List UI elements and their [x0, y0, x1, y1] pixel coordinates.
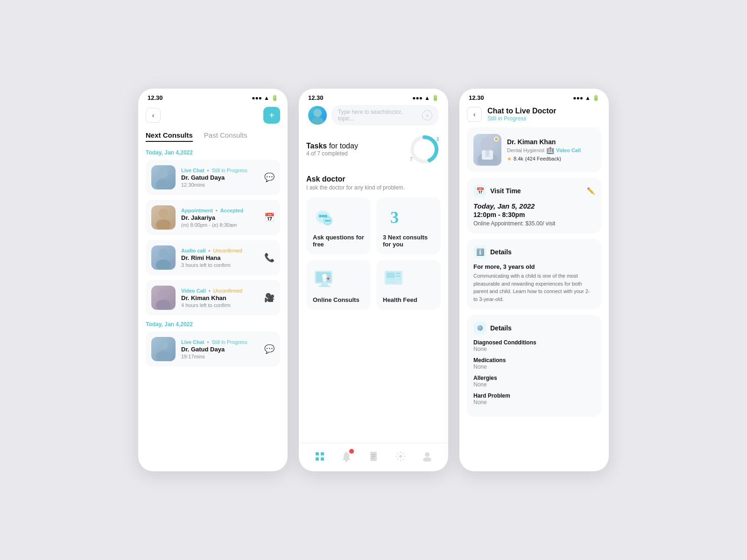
calendar-icon-visit: 📅 — [473, 184, 486, 197]
grid-card-next[interactable]: 3 3 Next consults for you — [376, 197, 441, 254]
svg-point-8 — [159, 340, 168, 350]
svg-point-23 — [329, 220, 331, 222]
doctor-rating: ★ 8.4k (424 Feedback) — [507, 156, 581, 162]
diag-row-allergies: Allergies None — [473, 375, 595, 388]
card-info-2: Appointment • Accepted Dr. Jakariya (m) … — [181, 208, 259, 228]
nav-settings[interactable] — [393, 449, 408, 464]
tasks-subtitle: 4 of 7 completed — [306, 150, 358, 157]
svg-rect-26 — [321, 284, 328, 286]
svg-point-21 — [325, 220, 327, 222]
svg-point-19 — [324, 215, 327, 217]
svg-point-3 — [156, 219, 171, 230]
info-icon: ℹ️ — [473, 245, 486, 259]
video-icon: 🎥 — [264, 293, 275, 303]
diag-row-medications: Medications None — [473, 357, 595, 370]
visit-time-card: 📅 Visit Time ✏️ Today, Jan 5, 2022 12:0p… — [467, 178, 601, 233]
nav-profile[interactable] — [420, 449, 435, 464]
tasks-text: Tasks for today 4 of 7 completed — [306, 142, 358, 157]
wifi-icon-2: ▲ — [424, 95, 430, 101]
card-type-3: Audio call • Unconfirmed — [181, 248, 259, 253]
avatar-2 — [151, 205, 176, 230]
diag-hard-problem-value: None — [473, 399, 595, 406]
tab-next-consults[interactable]: Next Consults — [146, 131, 193, 142]
svg-point-22 — [327, 220, 329, 222]
svg-point-6 — [159, 289, 168, 298]
tasks-section: Tasks for today 4 of 7 completed 3 7 — [306, 133, 441, 166]
diag-medications-label: Medications — [473, 357, 595, 364]
time-2: 12.30 — [308, 94, 324, 101]
svg-rect-36 — [387, 279, 401, 280]
type-label-4: Video Call — [181, 288, 206, 294]
diag-conditions-value: None — [473, 346, 595, 352]
doctor-name-4: Dr. Kiman Khan — [181, 294, 259, 301]
card-type-1: Live Chat • Still in Progress — [181, 168, 259, 173]
card-info-1: Live Chat • Still in Progress Dr. Gatud … — [181, 168, 259, 188]
diag-allergies-label: Allergies — [473, 375, 595, 381]
avatar-5 — [151, 337, 176, 361]
chat-bubble-icon-2: 💬 — [264, 344, 275, 354]
visit-time-title: 📅 Visit Time — [473, 184, 521, 197]
tab-past-consults[interactable]: Past Consults — [204, 131, 247, 142]
consult-card-live-chat-2[interactable]: Live Chat • Still in Progress Dr. Gatud … — [146, 331, 280, 367]
phone3-header: ‹ Chat to Live Doctor Still in Progress — [459, 103, 609, 127]
edit-icon[interactable]: ✏️ — [587, 187, 595, 195]
settings-icon-diag: ⚙️ — [473, 322, 486, 335]
svg-rect-33 — [387, 273, 395, 278]
svg-rect-40 — [316, 457, 319, 461]
diag-medications-value: None — [473, 364, 595, 370]
doctor-info: Dr. Kiman Khan Dental Hygienist 🏥 Video … — [507, 138, 581, 162]
status-bar-2: 12.30 ●●● ▲ 🔋 — [299, 89, 448, 103]
svg-rect-37 — [387, 281, 397, 283]
online-consult-icon — [313, 268, 336, 292]
back-button-1[interactable]: ‹ — [146, 108, 161, 123]
type-label-5: Live Chat — [181, 339, 204, 345]
card-sub-4: 4 hours left to confirm — [181, 302, 259, 308]
battery-icon-2: 🔋 — [432, 95, 439, 101]
card-sub-2: (m) 8:00pm - (e) 8:30am — [181, 222, 259, 228]
nav-documents[interactable] — [366, 449, 381, 464]
search-placeholder: Type here to seachdoctor, topic... — [338, 109, 418, 122]
nav-home[interactable] — [312, 449, 327, 464]
phone-dashboard: 12.30 ●●● ▲ 🔋 Type here to seachdoctor, … — [299, 89, 448, 471]
diagnosed-header: ⚙️ Details — [473, 322, 595, 335]
status-bar-1: 12.30 ●●● ▲ 🔋 — [138, 89, 288, 103]
svg-point-17 — [319, 215, 322, 217]
status-4: Unconfirmed — [213, 288, 242, 294]
phone-consults: 12.30 ●●● ▲ 🔋 ‹ + Next Consults Past Con… — [138, 89, 288, 471]
top-nav-1: ‹ + — [146, 107, 280, 124]
svg-point-7 — [156, 300, 171, 310]
consult-card-video[interactable]: Video Call • Unconfirmed Dr. Kiman Khan … — [146, 280, 280, 315]
svg-point-10 — [313, 109, 322, 117]
svg-point-11 — [311, 117, 324, 125]
video-call-link[interactable]: Video Call — [556, 147, 581, 153]
consult-card-appointment[interactable]: Appointment • Accepted Dr. Jakariya (m) … — [146, 200, 280, 235]
next-label: 3 Next consults for you — [383, 234, 434, 248]
add-button[interactable]: + — [263, 107, 280, 124]
number-3-icon: 3 — [390, 209, 399, 226]
svg-point-28 — [322, 274, 327, 279]
signal-icon-3: ●●● — [573, 95, 583, 101]
nav-notifications[interactable] — [339, 449, 354, 464]
calendar-icon: 📅 — [264, 212, 275, 223]
tasks-title: Tasks for today — [306, 142, 358, 150]
diag-conditions-label: Diagnosed Condditions — [473, 339, 595, 346]
card-info-4: Video Call • Unconfirmed Dr. Kiman Khan … — [181, 288, 259, 308]
grid-card-online[interactable]: Online Consults — [306, 260, 371, 310]
search-input-container[interactable]: Type here to seachdoctor, topic... ○ — [331, 105, 439, 126]
section-date-2: Today, Jan 4,2022 — [146, 321, 280, 328]
doctor-card[interactable]: Dr. Kiman Khan Dental Hygienist 🏥 Video … — [467, 127, 601, 172]
visit-time-header: 📅 Visit Time ✏️ — [473, 184, 595, 197]
grid-card-ask[interactable]: Ask questions for free — [306, 197, 371, 254]
svg-point-9 — [156, 351, 171, 361]
wifi-icon-3: ▲ — [585, 95, 591, 101]
back-button-3[interactable]: ‹ — [467, 107, 482, 122]
card-type-5: Live Chat • Still in Progress — [181, 339, 259, 345]
doctor-name: Dr. Kiman Khan — [507, 138, 581, 146]
search-bar: Type here to seachdoctor, topic... ○ — [306, 105, 441, 126]
chart-label-3: 3 — [436, 137, 439, 142]
consult-card-live-chat-1[interactable]: Live Chat • Still in Progress Dr. Gatud … — [146, 160, 280, 195]
grid-card-feed[interactable]: Health Feed — [376, 260, 441, 310]
consult-card-audio[interactable]: Audio call • Unconfirmed Dr. Rimi Hana 3… — [146, 240, 280, 275]
phone-chat: 12.30 ●●● ▲ 🔋 ‹ Chat to Live Doctor Stil… — [459, 89, 609, 471]
search-icon: ○ — [422, 110, 432, 120]
